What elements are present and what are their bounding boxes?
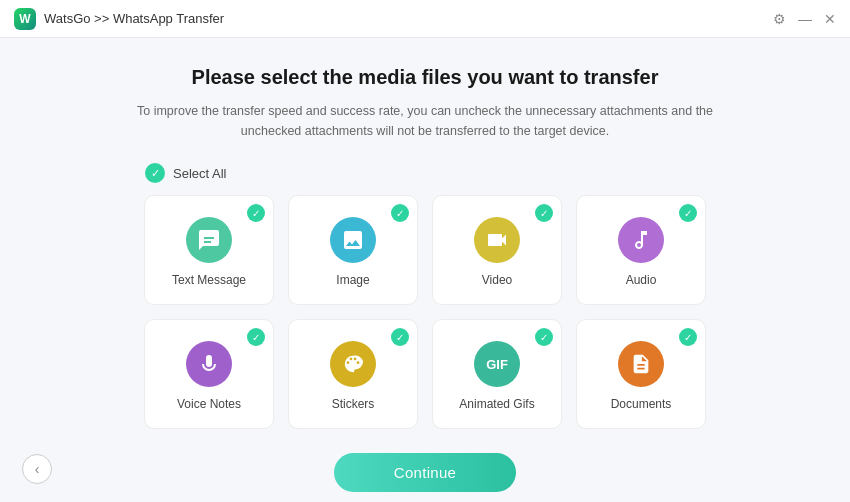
- check-text-message: ✓: [247, 204, 265, 222]
- window-controls: ⚙ — ✕: [773, 12, 836, 26]
- label-documents: Documents: [611, 397, 672, 411]
- label-audio: Audio: [626, 273, 657, 287]
- minimize-icon[interactable]: —: [798, 12, 812, 26]
- label-image: Image: [336, 273, 369, 287]
- media-card-audio[interactable]: ✓Audio: [576, 195, 706, 305]
- close-icon[interactable]: ✕: [824, 12, 836, 26]
- app-title: WatsGo >> WhatsApp Transfer: [44, 11, 224, 26]
- select-all-check: ✓: [145, 163, 165, 183]
- media-card-voice-notes[interactable]: ✓Voice Notes: [144, 319, 274, 429]
- media-grid: ✓Text Message✓Image✓Video✓Audio✓Voice No…: [144, 195, 706, 429]
- media-card-video[interactable]: ✓Video: [432, 195, 562, 305]
- title-bar: W WatsGo >> WhatsApp Transfer ⚙ — ✕: [0, 0, 850, 38]
- back-icon: ‹: [35, 461, 40, 477]
- page-title: Please select the media files you want t…: [192, 66, 659, 89]
- icon-stickers: [330, 341, 376, 387]
- icon-documents: [618, 341, 664, 387]
- icon-animated-gifs: GIF: [474, 341, 520, 387]
- media-card-stickers[interactable]: ✓Stickers: [288, 319, 418, 429]
- icon-text-message: [186, 217, 232, 263]
- label-text-message: Text Message: [172, 273, 246, 287]
- icon-video: [474, 217, 520, 263]
- main-content: Please select the media files you want t…: [0, 38, 850, 502]
- media-card-documents[interactable]: ✓Documents: [576, 319, 706, 429]
- check-image: ✓: [391, 204, 409, 222]
- app-icon: W: [14, 8, 36, 30]
- icon-audio: [618, 217, 664, 263]
- back-button[interactable]: ‹: [22, 454, 52, 484]
- page-subtitle: To improve the transfer speed and succes…: [115, 101, 735, 141]
- check-audio: ✓: [679, 204, 697, 222]
- continue-button[interactable]: Continue: [334, 453, 516, 492]
- label-stickers: Stickers: [332, 397, 375, 411]
- settings-icon[interactable]: ⚙: [773, 12, 786, 26]
- title-bar-left: W WatsGo >> WhatsApp Transfer: [14, 8, 224, 30]
- check-documents: ✓: [679, 328, 697, 346]
- check-stickers: ✓: [391, 328, 409, 346]
- label-animated-gifs: Animated Gifs: [459, 397, 534, 411]
- icon-voice-notes: [186, 341, 232, 387]
- media-card-animated-gifs[interactable]: ✓GIFAnimated Gifs: [432, 319, 562, 429]
- select-all-label: Select All: [173, 166, 226, 181]
- icon-image: [330, 217, 376, 263]
- media-card-image[interactable]: ✓Image: [288, 195, 418, 305]
- check-animated-gifs: ✓: [535, 328, 553, 346]
- label-voice-notes: Voice Notes: [177, 397, 241, 411]
- check-video: ✓: [535, 204, 553, 222]
- check-voice-notes: ✓: [247, 328, 265, 346]
- select-all-row[interactable]: ✓ Select All: [145, 163, 705, 183]
- label-video: Video: [482, 273, 512, 287]
- media-card-text-message[interactable]: ✓Text Message: [144, 195, 274, 305]
